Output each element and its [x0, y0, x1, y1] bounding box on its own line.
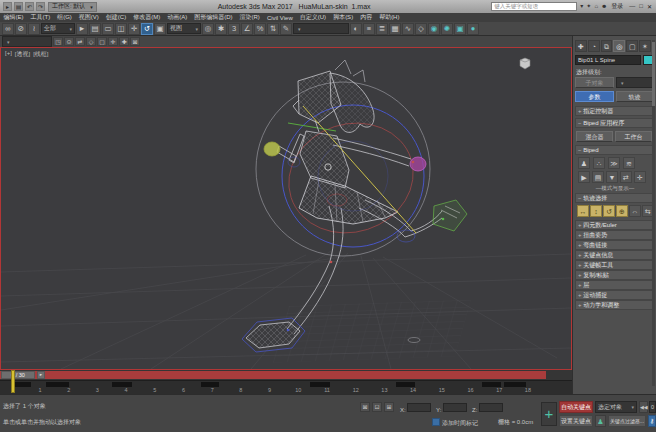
perspective-viewport[interactable]: [+] [透视] [线框] — [0, 47, 572, 370]
named-set-dropdown[interactable] — [2, 36, 52, 47]
keyframe-marker[interactable] — [504, 382, 527, 387]
mixer-mode-icon[interactable]: ≋ — [623, 157, 635, 169]
menu-item[interactable]: 工具(T) — [27, 13, 54, 22]
select-by-name-icon[interactable]: ▤ — [89, 23, 101, 35]
spinner-snap-icon[interactable]: ⇅ — [267, 23, 279, 35]
rollout-track-selection[interactable]: 轨迹选择 — [575, 193, 654, 203]
rollout-header[interactable]: 关键帧工具 — [575, 260, 654, 270]
keyframe-marker[interactable] — [482, 382, 501, 387]
home-icon[interactable]: ⌂ — [594, 1, 598, 13]
tab-create[interactable]: ✚ — [575, 40, 587, 52]
absolute-mode-icon[interactable]: ⊞ — [384, 402, 394, 412]
current-frame-marker[interactable] — [11, 370, 15, 393]
object-name-field[interactable]: Bip01 L Spine — [575, 55, 641, 65]
convert-icon[interactable]: ⇄ — [620, 171, 632, 183]
keyframe-marker[interactable] — [112, 382, 132, 387]
schematic-view-icon[interactable]: ◇ — [415, 23, 427, 35]
current-frame-field[interactable]: 0 — [649, 401, 656, 413]
select-and-manipulate-icon[interactable]: ✱ — [215, 23, 227, 35]
viewcube[interactable] — [517, 56, 533, 71]
panel-scrollbar[interactable] — [652, 40, 655, 386]
biped-playback-icon[interactable]: ▶ — [578, 171, 590, 183]
named-selection-sets-dropdown[interactable] — [293, 23, 349, 34]
extras-icon-2[interactable]: ⊙ — [64, 37, 74, 46]
rollout-assign-controller[interactable]: 指定控制器 — [575, 106, 654, 116]
menu-item[interactable]: 脚本(S) — [330, 13, 357, 22]
workbench-button[interactable]: 工作台 — [615, 131, 652, 142]
add-time-tag[interactable]: 添加时间标记 — [432, 418, 478, 428]
layer-manager-icon[interactable]: ≣ — [376, 23, 388, 35]
motion-flow-mode-icon[interactable]: ≫ — [608, 157, 620, 169]
user-icon[interactable]: ☻ — [601, 1, 607, 13]
rollout-header[interactable]: 层 — [575, 280, 654, 290]
rollout-biped[interactable]: Biped — [575, 145, 654, 155]
material-editor-icon[interactable]: ◉ — [428, 23, 440, 35]
viewport-menu-plus[interactable]: [+] — [5, 50, 12, 59]
minimize-button[interactable]: — — [629, 3, 635, 10]
use-pivot-center-icon[interactable]: ◎ — [202, 23, 214, 35]
lock-com-keying-icon[interactable]: ⊕ — [616, 205, 628, 217]
y-coordinate-field[interactable] — [443, 403, 467, 412]
plus-button[interactable]: + — [541, 402, 557, 426]
z-coordinate-field[interactable] — [479, 403, 503, 412]
symmetrical-icon[interactable]: ⇔ — [629, 205, 641, 217]
rendered-frame-icon[interactable]: ▣ — [454, 23, 466, 35]
render-setup-icon[interactable]: ✺ — [441, 23, 453, 35]
move-all-mode-icon[interactable]: ✛ — [634, 171, 646, 183]
percent-snap-icon[interactable]: % — [254, 23, 266, 35]
window-crossing-icon[interactable]: ◫ — [115, 23, 127, 35]
select-and-move-icon[interactable]: ✛ — [128, 23, 140, 35]
rollout-header[interactable]: 关键点信息 — [575, 250, 654, 260]
body-vertical-icon[interactable]: ↕ — [590, 205, 602, 217]
graphite-ribbon-icon[interactable]: ▦ — [389, 23, 401, 35]
viewport-canvas[interactable] — [1, 48, 571, 369]
tab-modify[interactable]: ◔ — [588, 40, 600, 52]
parameters-button[interactable]: 参数 — [575, 91, 614, 102]
help-search-input[interactable]: 键入关键字或短语 — [491, 2, 577, 11]
keyframe-marker[interactable] — [14, 382, 31, 387]
keyframe-marker[interactable] — [396, 382, 415, 387]
extras-icon-5[interactable]: ▢ — [97, 37, 107, 46]
time-slider[interactable]: 0 / 30 ► — [0, 370, 572, 380]
tab-motion[interactable]: ◎ — [613, 40, 625, 52]
app-menu-icon[interactable]: ▸ — [3, 2, 12, 11]
menu-item[interactable]: 视图(V) — [75, 13, 102, 22]
menu-item[interactable]: 内容 — [357, 13, 376, 22]
track-bar[interactable]: 123456789101112131415161718 — [0, 380, 572, 394]
sub-object-button[interactable]: 子对象 — [575, 77, 614, 88]
key-mode-icon[interactable]: ⚷ — [648, 415, 656, 427]
mirror-icon[interactable]: ◐ — [350, 23, 362, 35]
sign-in-link[interactable]: 登录 — [611, 2, 623, 11]
previous-frame-button[interactable]: ◀◀ — [639, 401, 648, 413]
mixer-button[interactable]: 混合器 — [576, 131, 613, 142]
menu-item[interactable]: 修改器(M) — [130, 13, 164, 22]
extras-icon-7[interactable]: ✚ — [119, 37, 129, 46]
keyframe-marker[interactable] — [201, 382, 220, 387]
redo-icon[interactable]: ↷ — [36, 2, 45, 11]
select-and-scale-icon[interactable]: ▣ — [154, 23, 166, 35]
keyframe-marker[interactable] — [46, 382, 69, 387]
set-key-button[interactable]: 设置关键点 — [559, 415, 593, 427]
menu-item[interactable]: 创建(C) — [102, 13, 129, 22]
selection-set-dropdown[interactable]: 选定对象 — [595, 401, 637, 413]
community-icon[interactable]: ✦ — [586, 1, 591, 13]
angle-snap-icon[interactable]: ∠ — [241, 23, 253, 35]
bind-to-space-warp-icon[interactable]: ≀ — [28, 23, 40, 35]
body-rotation-icon[interactable]: ↺ — [603, 205, 615, 217]
menu-item[interactable]: 自定义(U) — [296, 13, 329, 22]
key-filters-button[interactable]: 关键点过滤器... — [608, 415, 646, 427]
auto-key-button[interactable]: 自动关键点 — [559, 401, 593, 413]
menu-item[interactable]: 编辑(E) — [0, 13, 27, 22]
next-frame-button[interactable]: ► — [37, 371, 45, 379]
keyframe-marker[interactable] — [310, 382, 330, 387]
figure-mode-icon[interactable]: ♟ — [578, 157, 590, 169]
curve-editor-icon[interactable]: ∿ — [402, 23, 414, 35]
x-coordinate-field[interactable] — [407, 403, 431, 412]
viewport-shading-menu[interactable]: [线框] — [33, 50, 48, 59]
selection-filter-dropdown[interactable]: 全部 — [41, 23, 75, 34]
rollout-header[interactable]: 复制/粘贴 — [575, 270, 654, 280]
render-icon[interactable]: ● — [467, 23, 479, 35]
rollout-header[interactable]: 动力学和调整 — [575, 300, 654, 310]
menu-item[interactable]: 渲染(R) — [236, 13, 263, 22]
tab-hierarchy[interactable]: ⧉ — [601, 40, 613, 52]
